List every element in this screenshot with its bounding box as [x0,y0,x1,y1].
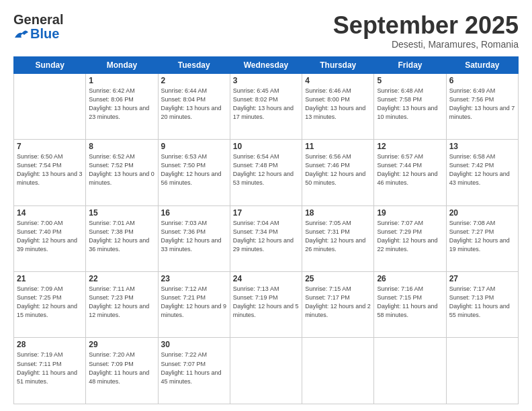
day-number: 25 [305,274,371,283]
calendar-cell: 9 Sunrise: 6:53 AMSunset: 7:50 PMDayligh… [158,140,230,205]
day-number: 27 [449,274,515,283]
calendar-cell [302,338,374,404]
day-info: Sunrise: 7:09 AMSunset: 7:25 PMDaylight:… [17,285,83,320]
calendar-cell: 28 Sunrise: 7:19 AMSunset: 7:11 PMDaylig… [14,338,86,404]
day-number: 24 [233,274,299,283]
day-info: Sunrise: 7:04 AMSunset: 7:34 PMDaylight:… [233,219,299,254]
day-info: Sunrise: 7:20 AMSunset: 7:09 PMDaylight:… [89,351,154,385]
day-info: Sunrise: 7:12 AMSunset: 7:21 PMDaylight:… [161,285,227,320]
calendar-day-header: Tuesday [158,56,230,73]
location: Desesti, Maramures, Romania [333,39,519,50]
day-number: 20 [449,208,515,218]
day-info: Sunrise: 7:08 AMSunset: 7:27 PMDaylight:… [449,219,515,254]
day-number: 19 [377,208,443,218]
calendar-cell: 27 Sunrise: 7:17 AMSunset: 7:13 PMDaylig… [446,272,518,338]
calendar-cell: 16 Sunrise: 7:03 AMSunset: 7:36 PMDaylig… [158,205,230,271]
calendar-cell [446,338,518,404]
day-number: 23 [161,274,227,283]
day-info: Sunrise: 6:50 AMSunset: 7:54 PMDaylight:… [17,152,83,187]
calendar-cell: 21 Sunrise: 7:09 AMSunset: 7:25 PMDaylig… [14,272,86,338]
calendar-cell: 12 Sunrise: 6:57 AMSunset: 7:44 PMDaylig… [374,140,446,205]
month-title: September 2025 [333,12,519,39]
day-info: Sunrise: 7:01 AMSunset: 7:38 PMDaylight:… [89,219,154,254]
day-number: 12 [377,142,443,151]
logo-blue-text: Blue [30,26,59,42]
logo: General Blue [13,12,63,42]
calendar-cell: 25 Sunrise: 7:15 AMSunset: 7:17 PMDaylig… [302,272,374,338]
day-number: 8 [89,142,154,151]
day-number: 5 [377,76,443,85]
calendar-cell: 10 Sunrise: 6:54 AMSunset: 7:48 PMDaylig… [230,140,302,205]
day-number: 17 [233,208,299,218]
logo-general-text: General [13,12,63,28]
calendar-table: SundayMondayTuesdayWednesdayThursdayFrid… [13,56,519,404]
calendar-cell [14,73,86,139]
day-info: Sunrise: 6:46 AMSunset: 8:00 PMDaylight:… [305,87,371,122]
day-number: 10 [233,142,299,151]
day-info: Sunrise: 7:19 AMSunset: 7:11 PMDaylight:… [17,351,83,385]
day-info: Sunrise: 6:44 AMSunset: 8:04 PMDaylight:… [161,87,227,122]
calendar-day-header: Sunday [14,56,86,73]
day-info: Sunrise: 6:45 AMSunset: 8:02 PMDaylight:… [233,87,299,122]
day-number: 30 [161,340,227,349]
calendar-cell: 20 Sunrise: 7:08 AMSunset: 7:27 PMDaylig… [446,205,518,271]
day-info: Sunrise: 6:58 AMSunset: 7:42 PMDaylight:… [449,152,515,187]
day-number: 7 [17,142,83,151]
calendar-cell: 30 Sunrise: 7:22 AMSunset: 7:07 PMDaylig… [158,338,230,404]
day-number: 26 [377,274,443,283]
day-info: Sunrise: 6:42 AMSunset: 8:06 PMDaylight:… [89,87,154,122]
calendar-day-header: Wednesday [230,56,302,73]
calendar-cell: 7 Sunrise: 6:50 AMSunset: 7:54 PMDayligh… [14,140,86,205]
day-info: Sunrise: 6:57 AMSunset: 7:44 PMDaylight:… [377,152,443,187]
day-number: 21 [17,274,83,283]
day-number: 22 [89,274,154,283]
calendar-cell: 11 Sunrise: 6:56 AMSunset: 7:46 PMDaylig… [302,140,374,205]
logo-wrapper: General [13,12,63,28]
day-info: Sunrise: 7:22 AMSunset: 7:07 PMDaylight:… [161,351,227,385]
calendar-day-header: Monday [86,56,158,73]
day-number: 2 [161,76,227,85]
day-number: 15 [89,208,154,218]
calendar-cell: 13 Sunrise: 6:58 AMSunset: 7:42 PMDaylig… [446,140,518,205]
calendar-cell: 29 Sunrise: 7:20 AMSunset: 7:09 PMDaylig… [86,338,158,404]
calendar-cell: 1 Sunrise: 6:42 AMSunset: 8:06 PMDayligh… [86,73,158,139]
day-number: 14 [17,208,83,218]
calendar-week-row: 1 Sunrise: 6:42 AMSunset: 8:06 PMDayligh… [14,73,519,139]
day-number: 16 [161,208,227,218]
calendar-week-row: 14 Sunrise: 7:00 AMSunset: 7:40 PMDaylig… [14,205,519,271]
calendar-cell [230,338,302,404]
day-info: Sunrise: 6:52 AMSunset: 7:52 PMDaylight:… [89,152,154,187]
header: General Blue September 2025 Desesti, Mar… [13,12,519,50]
day-number: 18 [305,208,371,218]
calendar-header-row: SundayMondayTuesdayWednesdayThursdayFrid… [14,56,519,73]
day-info: Sunrise: 6:56 AMSunset: 7:46 PMDaylight:… [305,152,371,187]
calendar-cell: 17 Sunrise: 7:04 AMSunset: 7:34 PMDaylig… [230,205,302,271]
day-info: Sunrise: 7:13 AMSunset: 7:19 PMDaylight:… [233,285,299,320]
calendar-week-row: 28 Sunrise: 7:19 AMSunset: 7:11 PMDaylig… [14,338,519,404]
calendar-cell: 26 Sunrise: 7:16 AMSunset: 7:15 PMDaylig… [374,272,446,338]
logo-text: Blue [13,26,59,42]
calendar-cell: 8 Sunrise: 6:52 AMSunset: 7:52 PMDayligh… [86,140,158,205]
day-info: Sunrise: 7:00 AMSunset: 7:40 PMDaylight:… [17,219,83,254]
day-info: Sunrise: 7:15 AMSunset: 7:17 PMDaylight:… [305,285,371,320]
title-area: September 2025 Desesti, Maramures, Roman… [333,12,519,50]
day-number: 13 [449,142,515,151]
calendar-cell: 19 Sunrise: 7:07 AMSunset: 7:29 PMDaylig… [374,205,446,271]
day-number: 1 [89,76,154,85]
calendar-cell: 18 Sunrise: 7:05 AMSunset: 7:31 PMDaylig… [302,205,374,271]
calendar-week-row: 7 Sunrise: 6:50 AMSunset: 7:54 PMDayligh… [14,140,519,205]
calendar-cell: 24 Sunrise: 7:13 AMSunset: 7:19 PMDaylig… [230,272,302,338]
calendar-cell: 5 Sunrise: 6:48 AMSunset: 7:58 PMDayligh… [374,73,446,139]
day-number: 4 [305,76,371,85]
day-info: Sunrise: 6:53 AMSunset: 7:50 PMDaylight:… [161,152,227,187]
calendar-week-row: 21 Sunrise: 7:09 AMSunset: 7:25 PMDaylig… [14,272,519,338]
day-info: Sunrise: 6:48 AMSunset: 7:58 PMDaylight:… [377,87,443,122]
day-info: Sunrise: 7:17 AMSunset: 7:13 PMDaylight:… [449,285,515,320]
calendar-cell [374,338,446,404]
logo-bird-icon [13,28,28,40]
day-number: 9 [161,142,227,151]
day-number: 6 [449,76,515,85]
calendar-cell: 22 Sunrise: 7:11 AMSunset: 7:23 PMDaylig… [86,272,158,338]
day-info: Sunrise: 7:03 AMSunset: 7:36 PMDaylight:… [161,219,227,254]
day-number: 29 [89,340,154,349]
